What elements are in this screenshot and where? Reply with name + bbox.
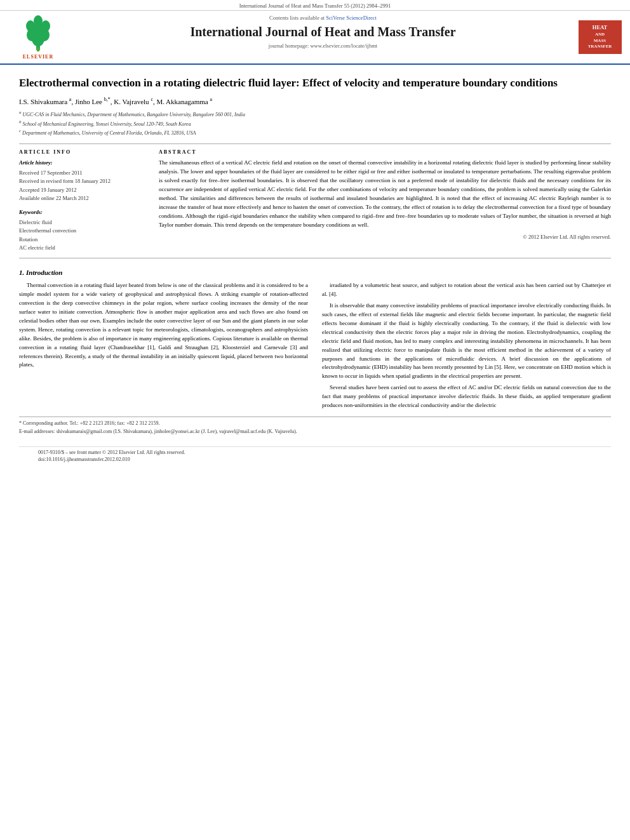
journal-title: International Journal of Heat and Mass T… xyxy=(76,23,570,40)
sciverse-anchor[interactable]: SciVerse ScienceDirect xyxy=(326,15,377,21)
intro-right-para-2: It is observable that many convective in… xyxy=(322,302,611,381)
affiliation-b: b School of Mechanical Engineering, Yons… xyxy=(19,119,611,128)
info-abstract-section: ARTICLE INFO Article history: Received 1… xyxy=(19,149,611,253)
body-divider xyxy=(19,258,611,258)
elsevier-logo: ELSEVIER xyxy=(6,15,70,60)
article-info-col: ARTICLE INFO Article history: Received 1… xyxy=(19,149,146,253)
affiliations: a UGC-CAS in Fluid Mechanics, Department… xyxy=(19,109,611,137)
bottom-bar: 0017-9310/$ – see front matter © 2012 El… xyxy=(19,446,611,465)
abstract-text: The simultaneous effect of a vertical AC… xyxy=(159,159,611,230)
author-2-sup: b,* xyxy=(104,97,111,102)
svg-rect-8 xyxy=(37,48,39,51)
history-accepted: Accepted 19 January 2012 xyxy=(19,186,146,195)
badge-line-3: MASS xyxy=(582,38,619,44)
citation-text: International Journal of Heat and Mass T… xyxy=(239,3,391,9)
top-citation-bar: International Journal of Heat and Mass T… xyxy=(0,0,630,11)
elsevier-brand-label: ELSEVIER xyxy=(23,54,53,60)
intro-right-para-3: Several studies have been carried out to… xyxy=(322,383,611,410)
badge-line-4: TRANSFER xyxy=(582,44,619,50)
intro-section-heading: Introduction xyxy=(26,269,62,276)
article-info-box: Article history: Received 17 September 2… xyxy=(19,159,146,253)
badge-line-2: AND xyxy=(582,32,619,38)
section-divider xyxy=(19,143,611,144)
email-footnote: E-mail addresses: shivakumarais@gmail.co… xyxy=(19,428,611,436)
author-4: M. Akkanagamma a xyxy=(156,98,212,105)
history-online: Available online 22 March 2012 xyxy=(19,194,146,203)
article-info-heading: ARTICLE INFO xyxy=(19,149,146,155)
intro-section-number: 1. xyxy=(19,269,24,276)
svg-point-7 xyxy=(34,15,43,27)
journal-homepage: journal homepage: www.elsevier.com/locat… xyxy=(76,43,570,49)
keyword-4: AC electric field xyxy=(19,244,146,253)
journal-badge: HEAT AND MASS TRANSFER xyxy=(576,15,624,60)
history-label: Article history: xyxy=(19,159,146,168)
keyword-3: Rotation xyxy=(19,236,146,244)
aff-c-sup: c xyxy=(19,128,21,133)
intro-right-para-1: irradiated by a volumetric heat source, … xyxy=(322,281,611,299)
copyright-line: © 2012 Elsevier Ltd. All rights reserved… xyxy=(159,234,611,240)
author-2: Jinho Lee b,* xyxy=(75,98,111,105)
doi-line: doi:10.1016/j.ijheatmasstransfer.2012.02… xyxy=(38,457,592,462)
author-3: K. Vajravelu c xyxy=(114,98,153,105)
aff-a-sup: a xyxy=(19,110,22,115)
article-content: Electrothermal convection in a rotating … xyxy=(0,65,630,471)
intro-right-col: irradiated by a volumetric heat source, … xyxy=(322,281,611,410)
author-1: I.S. Shivakumara a xyxy=(19,98,71,105)
keywords-label: Keywords: xyxy=(19,208,146,217)
elsevier-tree-icon xyxy=(19,15,57,53)
svg-point-5 xyxy=(26,20,35,32)
sciverse-link: Contents lists available at SciVerse Sci… xyxy=(76,15,570,21)
badge-box: HEAT AND MASS TRANSFER xyxy=(579,20,622,54)
aff-b-sup: b xyxy=(19,119,22,124)
intro-left-para-1: Thermal convection in a rotating fluid l… xyxy=(19,281,308,370)
author-3-sup: c xyxy=(151,97,153,102)
history-received: Received 17 September 2011 xyxy=(19,169,146,178)
journal-header: ELSEVIER Contents lists available at Sci… xyxy=(0,11,630,65)
star-footnote: * Corresponding author. Tel.: +82 2 2123… xyxy=(19,420,611,428)
authors-line: I.S. Shivakumara a, Jinho Lee b,*, K. Va… xyxy=(19,96,611,107)
history-revised: Received in revised form 18 January 2012 xyxy=(19,177,146,186)
author-1-sup: a xyxy=(69,97,72,102)
affiliation-c: c Department of Mathematics, University … xyxy=(19,128,611,137)
footnote-area: * Corresponding author. Tel.: +82 2 2123… xyxy=(19,417,611,436)
affiliation-a: a UGC-CAS in Fluid Mechanics, Department… xyxy=(19,109,611,119)
intro-body-cols: Thermal convection in a rotating fluid l… xyxy=(19,281,611,410)
badge-line-1: HEAT xyxy=(582,24,619,32)
author-4-sup: a xyxy=(210,97,212,102)
keyword-1: Dielectric fluid xyxy=(19,218,146,227)
page-wrapper: International Journal of Heat and Mass T… xyxy=(0,0,630,471)
keyword-2: Electrothermal convection xyxy=(19,227,146,236)
intro-section-title: 1. Introduction xyxy=(19,269,611,276)
introduction-section: 1. Introduction Thermal convection in a … xyxy=(19,269,611,410)
svg-point-6 xyxy=(41,20,50,32)
journal-center: Contents lists available at SciVerse Sci… xyxy=(70,15,576,60)
sciverse-text: Contents lists available at xyxy=(269,15,326,21)
abstract-heading: ABSTRACT xyxy=(159,149,611,155)
intro-left-col: Thermal convection in a rotating fluid l… xyxy=(19,281,308,410)
article-title: Electrothermal convection in a rotating … xyxy=(19,76,611,91)
issn-line: 0017-9310/$ – see front matter © 2012 El… xyxy=(38,450,592,455)
abstract-col: ABSTRACT The simultaneous effect of a ve… xyxy=(159,149,611,253)
